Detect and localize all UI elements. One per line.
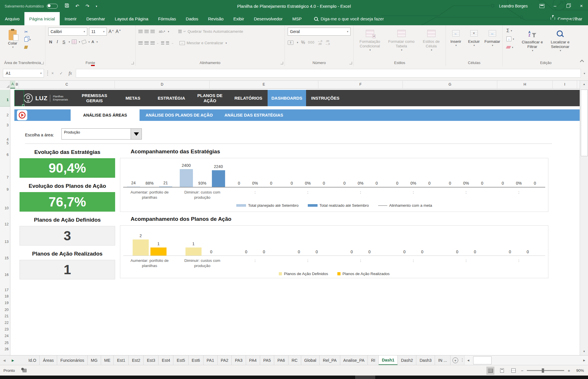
confirm-entry-icon[interactable]: ✓ xyxy=(59,71,63,76)
zoom-slider[interactable] xyxy=(527,370,564,371)
underline-button[interactable]: S xyxy=(61,39,66,44)
sheet-tab-dash1[interactable]: Dash1 xyxy=(379,355,398,365)
percent-style-button[interactable]: % xyxy=(301,40,305,45)
find-select-button[interactable]: Localizar e Selecionar ▾ xyxy=(546,26,575,52)
area-dropdown-button[interactable] xyxy=(131,129,142,139)
delete-cells-button[interactable]: × Excluir ▾ xyxy=(465,26,483,47)
sheet-tab-rc[interactable]: RC xyxy=(289,355,301,365)
italic-button[interactable]: I xyxy=(55,39,60,44)
chevron-down-icon[interactable]: ▾ xyxy=(69,40,70,43)
sheet-tab-dash3[interactable]: Dash3 xyxy=(416,355,435,365)
ribbon-tab-revisao[interactable]: Revisão xyxy=(203,12,228,25)
format-as-table-button[interactable]: Formatar como Tabela ▾ xyxy=(386,26,417,51)
ribbon-tab-desenvolvedor[interactable]: Desenvolvedor xyxy=(249,12,287,25)
area-dropdown[interactable]: Produção xyxy=(61,128,142,140)
insert-function-icon[interactable]: fx xyxy=(69,71,72,76)
sheet-tab-rel-pa[interactable]: Rel_PA xyxy=(320,355,340,365)
paste-button[interactable]: Colar ▾ xyxy=(4,28,21,51)
name-box[interactable]: A1 ▾ xyxy=(3,69,44,78)
autosave-toggle[interactable] xyxy=(47,4,58,9)
dialog-launcher-icon[interactable] xyxy=(131,62,134,64)
chevron-down-icon[interactable]: ▾ xyxy=(168,30,169,33)
ribbon-tab-formulas[interactable]: Fórmulas xyxy=(153,12,181,25)
number-format-combo[interactable]: Geral ▾ xyxy=(288,28,351,36)
align-center-icon[interactable] xyxy=(144,41,149,45)
sheet-tab-pa4[interactable]: PA4 xyxy=(246,355,260,365)
chevron-down-icon[interactable]: ▾ xyxy=(96,40,98,43)
customize-qat-icon[interactable]: ▾ xyxy=(96,5,97,8)
align-left-icon[interactable] xyxy=(138,41,143,45)
comma-style-button[interactable]: 000 xyxy=(308,40,315,45)
subnav-tab-analise-das-estrategias[interactable]: ANÁLISE DAS ESTRATÉGIAS xyxy=(219,109,288,121)
nav-tab-metas[interactable]: METAS xyxy=(114,90,152,106)
zoom-in-button[interactable]: + xyxy=(568,368,570,373)
subnav-tab-analise-das-areas[interactable]: ANÁLISE DAS ÁREAS xyxy=(71,109,140,121)
decrease-decimal-button[interactable]: ,00 →,0 xyxy=(325,40,330,46)
nav-tab-estrategia[interactable]: ESTRATÉGIA xyxy=(152,90,191,106)
cell-styles-button[interactable]: Estilos de Célula ▾ xyxy=(418,26,444,51)
sheet-tab-est3[interactable]: Est3 xyxy=(144,355,158,365)
sheet-tab-me[interactable]: ME xyxy=(101,355,114,365)
restore-button[interactable] xyxy=(562,0,575,12)
nav-tab-instrucoes[interactable]: INSTRUÇÕES xyxy=(306,90,345,106)
ribbon-tab-msp[interactable]: MSP xyxy=(287,12,307,25)
nav-tab-planos-de-acao[interactable]: PLANOS DE AÇÃO xyxy=(191,90,229,106)
zoom-out-button[interactable]: − xyxy=(521,368,523,373)
wrap-text-button[interactable]: ↩ Quebrar Texto Automaticamente xyxy=(177,28,244,35)
accounting-format-button[interactable]: $ xyxy=(288,40,293,45)
dialog-launcher-icon[interactable] xyxy=(349,62,352,64)
sheet-tab-est1[interactable]: Est1 xyxy=(114,355,129,365)
sheet-tab-pa5[interactable]: PA5 xyxy=(260,355,274,365)
save-icon[interactable] xyxy=(65,3,69,9)
sheet-tab-id-o[interactable]: Id.O xyxy=(25,355,40,365)
normal-view-button[interactable] xyxy=(486,367,494,375)
dialog-launcher-icon[interactable] xyxy=(41,62,44,64)
sheet-tab-est4[interactable]: Est4 xyxy=(158,355,173,365)
align-right-icon[interactable] xyxy=(150,41,155,45)
nav-tab-relatorios[interactable]: RELATÓRIOS xyxy=(229,90,268,106)
ribbon-display-options-button[interactable] xyxy=(535,0,548,12)
font-size-combo[interactable]: 11 ▾ xyxy=(89,28,107,36)
scroll-down-icon[interactable]: ▼ xyxy=(580,348,588,355)
nav-tab-dashboards[interactable]: DASHBOARDS xyxy=(268,90,306,106)
dialog-launcher-icon[interactable] xyxy=(281,62,283,64)
horizontal-scroll-thumb[interactable] xyxy=(473,356,492,364)
chevron-down-icon[interactable]: ▾ xyxy=(297,41,298,44)
horizontal-scrollbar[interactable]: ◀ ▶ xyxy=(464,355,588,365)
sheet-tab-in[interactable]: IN ... xyxy=(435,355,450,365)
ribbon-tab-layout-da-pagina[interactable]: Layout da Página xyxy=(110,12,153,25)
ribbon-tab-pagina-inicial[interactable]: Página Inicial xyxy=(24,12,60,25)
cancel-entry-icon[interactable]: × xyxy=(51,71,54,76)
copy-button[interactable]: ▾ xyxy=(24,36,32,43)
zoom-level[interactable]: 90% xyxy=(574,368,584,373)
sheet-tab-est5[interactable]: Est5 xyxy=(173,355,188,365)
zoom-slider-thumb[interactable] xyxy=(542,368,544,373)
sheet-tab-analise-pa[interactable]: Analise_PA xyxy=(340,355,368,365)
decrease-font-button[interactable]: A▼ xyxy=(116,29,121,34)
fill-button[interactable]: ↓▾ xyxy=(506,35,519,42)
next-sheet-button[interactable]: ▶ xyxy=(9,355,17,365)
cut-button[interactable]: ✂ xyxy=(24,28,32,35)
previous-sheet-button[interactable]: ◀ xyxy=(0,355,9,365)
autosum-button[interactable]: Σ▾ xyxy=(506,27,519,34)
bold-button[interactable]: N xyxy=(48,39,53,44)
ribbon-tab-inserir[interactable]: Inserir xyxy=(60,12,82,25)
new-sheet-button[interactable]: + xyxy=(450,355,460,365)
fill-color-button[interactable] xyxy=(82,39,87,44)
align-top-icon[interactable] xyxy=(138,30,143,33)
scroll-left-icon[interactable]: ◀ xyxy=(465,355,472,365)
sheet-tab-pa6[interactable]: PA6 xyxy=(274,355,288,365)
format-cells-button[interactable]: ↔ Formatar ▾ xyxy=(483,26,501,47)
scroll-right-icon[interactable]: ▶ xyxy=(581,355,588,365)
scroll-up-icon[interactable]: ▲ xyxy=(580,80,588,88)
increase-indent-button[interactable]: ← xyxy=(166,39,174,47)
orientation-button[interactable]: ab↗ xyxy=(159,30,165,34)
page-break-view-button[interactable] xyxy=(509,367,517,375)
sheet-tab-mg[interactable]: MG xyxy=(88,355,101,365)
undo-icon[interactable]: ↶ xyxy=(76,3,79,9)
merge-center-button[interactable]: ↔ Mesclar e Centralizar ▾ xyxy=(178,39,228,47)
sheet-tab-est6[interactable]: Est6 xyxy=(189,355,204,365)
sheet-tab-est2[interactable]: Est2 xyxy=(129,355,144,365)
ribbon-tab-arquivo[interactable]: Arquivo xyxy=(0,12,24,25)
sheet-tab-areas[interactable]: Áreas xyxy=(40,355,57,365)
